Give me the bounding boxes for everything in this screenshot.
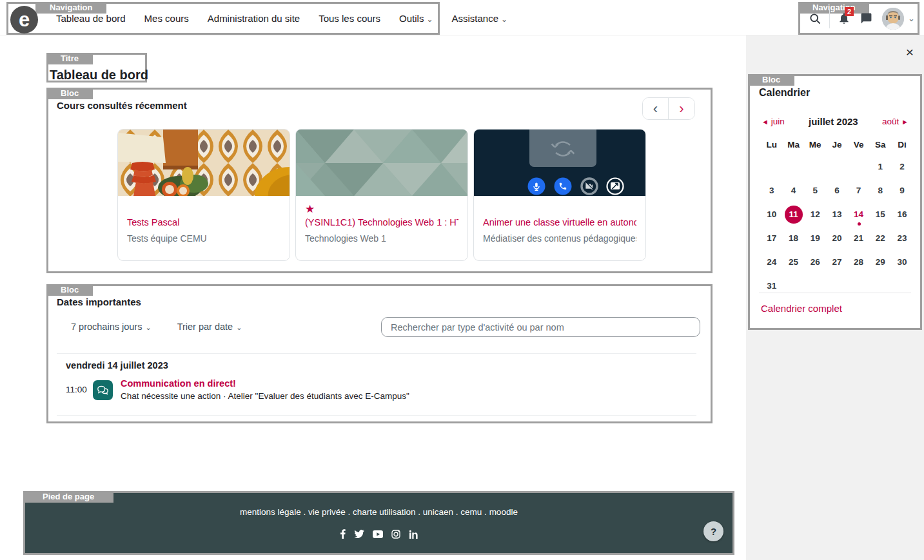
course-card[interactable]: ★ Animer une classe virtuelle en autonom… xyxy=(473,129,646,261)
calendar-block: Bloc Calendrier ◄ juin juillet 2023 août… xyxy=(748,74,922,330)
calendar-day[interactable]: 13 xyxy=(826,202,848,226)
messages-icon[interactable] xyxy=(855,12,877,24)
course-card[interactable]: ★ (YSINL1C1) Technologies Web 1 : HTML..… xyxy=(295,129,468,261)
calendar-day[interactable]: 25 xyxy=(783,250,805,274)
calendar-day[interactable]: 27 xyxy=(826,250,848,274)
calendar-day[interactable]: 20 xyxy=(826,226,848,250)
carousel-next-icon[interactable]: › xyxy=(669,98,694,119)
instagram-icon[interactable] xyxy=(391,530,400,539)
calendar-day xyxy=(804,155,826,179)
full-calendar-link[interactable]: Calendrier complet xyxy=(761,303,842,314)
course-card[interactable]: ★ Tests Pascal Tests équipe CEMU xyxy=(117,129,290,261)
current-month-label: juillet 2023 xyxy=(809,116,858,127)
course-image-virtual-class xyxy=(474,130,646,196)
course-image-retro xyxy=(118,130,290,196)
footer-link[interactable]: moodle xyxy=(489,507,518,517)
calendar-day[interactable]: 8 xyxy=(869,179,891,202)
course-link[interactable]: Animer une classe virtuelle en autonomie xyxy=(483,217,636,227)
calendar-day xyxy=(848,274,870,298)
event-link[interactable]: Communication en direct! xyxy=(121,378,409,389)
course-cards: ★ Tests Pascal Tests équipe CEMU xyxy=(117,129,646,261)
course-link[interactable]: Tests Pascal xyxy=(127,217,280,227)
activity-search-input[interactable] xyxy=(381,317,700,337)
help-button[interactable]: ? xyxy=(703,521,723,541)
important-dates-block: Bloc Dates importantes 7 prochains jours… xyxy=(46,284,713,423)
calendar-day[interactable]: 31 xyxy=(761,274,783,298)
nav-item[interactable]: Assistance⌄ xyxy=(451,13,507,24)
calendar-day xyxy=(891,274,913,298)
footer-social-icons xyxy=(25,529,732,539)
weekday-label: Lu xyxy=(761,135,783,155)
calendar-day[interactable]: 14 xyxy=(848,202,870,226)
calendar-day[interactable]: 26 xyxy=(804,250,826,274)
ecampus-logo[interactable]: e xyxy=(10,6,38,34)
footer-link[interactable]: unicaen xyxy=(423,507,453,517)
calendar-day[interactable]: 1 xyxy=(869,155,891,179)
youtube-icon[interactable] xyxy=(373,530,383,538)
calendar-day[interactable]: 2 xyxy=(891,155,913,179)
day-range-dropdown[interactable]: 7 prochains jours⌄ xyxy=(71,322,152,332)
nav-item[interactable]: Mes cours xyxy=(144,13,189,24)
calendar-day[interactable]: 19 xyxy=(804,226,826,250)
calendar-day xyxy=(783,274,805,298)
nav-item[interactable]: Administration du site xyxy=(208,13,300,24)
twitter-icon[interactable] xyxy=(354,530,364,538)
calendar-day[interactable]: 21 xyxy=(848,226,870,250)
calendar-day[interactable]: 6 xyxy=(826,179,848,202)
favourite-star-icon: ★ xyxy=(305,203,458,216)
calendar-day[interactable]: 30 xyxy=(891,250,913,274)
annotation-box-navigation-left: Navigation e Tableau de bordMes coursAdm… xyxy=(6,2,440,35)
close-drawer-icon[interactable]: × xyxy=(906,46,914,59)
user-avatar[interactable] xyxy=(882,8,904,30)
calendar-day[interactable]: 24 xyxy=(761,250,783,274)
footer-links: mentions légale . vie privée . charte ut… xyxy=(25,507,732,517)
notifications-bell-icon[interactable]: 2 xyxy=(833,12,855,25)
calendar-day[interactable]: 29 xyxy=(869,250,891,274)
course-link[interactable]: (YSINL1C1) Technologies Web 1 : HTML... xyxy=(305,217,458,227)
next-month-link[interactable]: août ► xyxy=(882,117,909,126)
calendar-day[interactable]: 22 xyxy=(869,226,891,250)
carousel-prev-icon[interactable]: ‹ xyxy=(643,98,669,119)
nav-item[interactable]: Tous les cours xyxy=(319,13,380,24)
timeline-filters: 7 prochains jours⌄ Trier par date⌄ xyxy=(71,322,242,332)
calendar-day xyxy=(826,155,848,179)
footer-link[interactable]: vie privée xyxy=(308,507,346,517)
nav-item[interactable]: Tableau de bord xyxy=(56,13,126,24)
calendar-day xyxy=(761,155,783,179)
course-category: Tests équipe CEMU xyxy=(127,233,280,244)
calendar-day[interactable]: 11 xyxy=(783,202,805,226)
event-time: 11:00 xyxy=(66,385,93,394)
divider xyxy=(759,293,911,293)
course-category: Médiatiser des contenus pédagogiques... xyxy=(483,233,636,244)
calendar-day[interactable]: 18 xyxy=(783,226,805,250)
prev-month-link[interactable]: ◄ juin xyxy=(762,117,785,126)
main-content: Titre Tableau de bord Bloc Cours consult… xyxy=(0,35,746,560)
calendar-day[interactable]: 4 xyxy=(783,179,805,202)
footer-link[interactable]: mentions légale xyxy=(240,507,301,517)
calendar-day xyxy=(869,274,891,298)
calendar-day[interactable]: 5 xyxy=(804,179,826,202)
linkedin-icon[interactable] xyxy=(409,530,418,539)
footer-link[interactable]: cemu xyxy=(460,507,482,517)
search-icon[interactable] xyxy=(804,12,826,25)
calendar-day[interactable]: 10 xyxy=(761,202,783,226)
calendar-day[interactable]: 7 xyxy=(848,179,870,202)
calendar-day[interactable]: 3 xyxy=(761,179,783,202)
sort-dropdown[interactable]: Trier par date⌄ xyxy=(177,322,242,332)
avatar-dropdown-chevron-icon[interactable]: ⌄ xyxy=(908,14,915,23)
calendar-day[interactable]: 15 xyxy=(869,202,891,226)
calendar-heading: Calendrier xyxy=(759,87,810,99)
facebook-icon[interactable] xyxy=(340,529,346,539)
calendar-day[interactable]: 12 xyxy=(804,202,826,226)
page-footer: Pied de page mentions légale . vie privé… xyxy=(23,491,734,555)
calendar-day[interactable]: 17 xyxy=(761,226,783,250)
chevron-down-icon: ⌄ xyxy=(501,15,507,24)
course-image-triangles xyxy=(296,130,468,196)
footer-link[interactable]: charte utilisation xyxy=(353,507,416,517)
calendar-day[interactable]: 9 xyxy=(891,179,913,202)
calendar-day[interactable]: 28 xyxy=(848,250,870,274)
calendar-day[interactable]: 23 xyxy=(891,226,913,250)
divider xyxy=(57,353,696,354)
nav-item[interactable]: Outils⌄ xyxy=(399,13,433,24)
calendar-day[interactable]: 16 xyxy=(891,202,913,226)
